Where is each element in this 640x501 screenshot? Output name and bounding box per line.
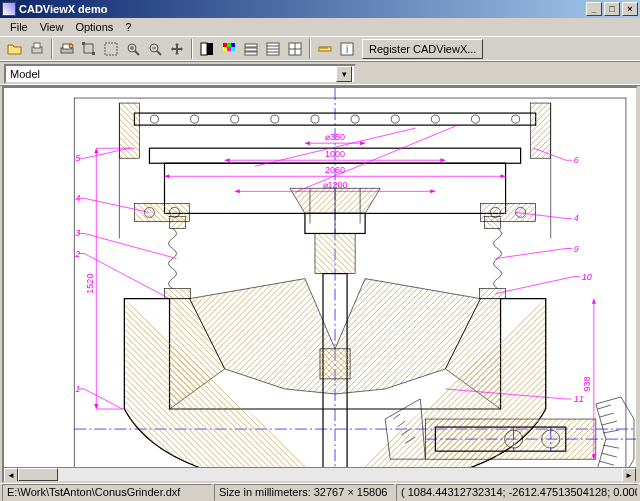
svg-marker-98 [305,141,310,145]
scroll-thumb[interactable] [18,468,58,481]
svg-point-50 [351,115,359,123]
svg-line-14 [157,51,161,55]
label-9: 9 [574,244,579,254]
layers-icon[interactable] [240,38,262,60]
close-button[interactable]: × [622,2,638,16]
svg-rect-23 [231,47,235,51]
scroll-track[interactable] [18,468,622,481]
svg-line-117 [84,389,122,409]
titlebar: CADViewX demo _ □ × [0,0,640,18]
pan-icon[interactable] [166,38,188,60]
register-button[interactable]: Register CADViewX... [362,39,483,59]
ruler-icon[interactable] [314,38,336,60]
dim-d1200: ⌀1200 [323,180,348,190]
svg-marker-111 [94,404,98,409]
svg-rect-62 [315,233,355,273]
svg-rect-24 [245,44,257,47]
svg-marker-99 [360,141,365,145]
menu-help[interactable]: ? [119,19,137,35]
svg-point-48 [271,115,279,123]
svg-line-86 [600,413,614,417]
svg-text:i: i [346,44,348,55]
svg-marker-115 [592,299,596,304]
svg-rect-8 [105,43,117,55]
zoom-extents-icon[interactable] [100,38,122,60]
color-icon[interactable] [218,38,240,60]
zoom-out-icon[interactable] [144,38,166,60]
svg-line-91 [600,461,614,465]
menu-view[interactable]: View [34,19,70,35]
scroll-left-icon[interactable]: ◄ [4,468,18,482]
svg-rect-69 [479,289,505,299]
svg-rect-5 [84,44,93,53]
window-title: CADViewX demo [19,3,586,15]
print-icon[interactable] [26,38,48,60]
svg-point-45 [150,115,158,123]
printer-setup-icon[interactable] [56,38,78,60]
svg-line-133 [496,249,566,259]
svg-rect-67 [165,289,191,299]
cad-drawing[interactable]: ⌀350 1000 2060 ⌀1200 1520 938 [4,88,636,483]
black-white-icon[interactable] [196,38,218,60]
svg-line-89 [603,445,619,448]
dim-d350: ⌀350 [325,132,345,142]
svg-rect-19 [227,43,231,47]
open-icon[interactable] [4,38,26,60]
layout-selector-value: Model [10,68,40,80]
zoom-in-icon[interactable] [122,38,144,60]
grid-icon[interactable] [284,38,306,60]
svg-line-82 [397,421,405,427]
svg-rect-21 [223,47,227,51]
svg-rect-22 [227,47,231,51]
zoom-window-icon[interactable] [78,38,100,60]
menu-options[interactable]: Options [69,19,119,35]
svg-marker-110 [94,148,98,153]
dropdown-icon[interactable] [336,66,352,82]
dim-2060: 2060 [325,165,345,175]
status-cursor: ( 1084.44312732314; -2612.47513504128; 0… [396,484,638,501]
label-10: 10 [582,272,592,282]
selector-row: Model [0,62,640,86]
svg-point-4 [69,44,73,48]
svg-marker-101 [225,158,230,162]
svg-rect-7 [92,52,95,55]
svg-line-87 [602,421,617,425]
horizontal-scrollbar[interactable]: ◄ ► [4,467,636,481]
svg-line-121 [84,233,176,258]
menubar: File View Options ? [0,18,640,36]
dim-1520: 1520 [85,274,95,294]
menu-file[interactable]: File [4,19,34,35]
canvas-viewport[interactable]: ⌀350 1000 2060 ⌀1200 1520 938 [2,86,638,483]
svg-line-135 [496,277,574,294]
svg-point-46 [191,115,199,123]
svg-rect-20 [231,43,235,47]
minimize-button[interactable]: _ [586,2,602,16]
svg-marker-105 [501,174,506,178]
label-1: 1 [75,384,80,394]
svg-marker-104 [165,174,170,178]
svg-rect-25 [245,48,257,51]
svg-rect-6 [82,42,85,45]
info-icon[interactable]: i [336,38,358,60]
toolbar-separator [309,39,311,59]
svg-rect-18 [223,43,227,47]
svg-marker-108 [430,189,435,193]
svg-point-49 [311,115,319,123]
svg-rect-71 [480,203,535,221]
layout-selector[interactable]: Model [4,64,356,84]
svg-point-54 [512,115,520,123]
svg-line-88 [603,430,619,433]
layout-icon[interactable] [262,38,284,60]
svg-line-10 [135,51,139,55]
toolbar-separator [191,39,193,59]
svg-rect-70 [134,203,189,221]
svg-point-47 [231,115,239,123]
scroll-right-icon[interactable]: ► [622,468,636,482]
toolbar-separator [51,39,53,59]
svg-point-53 [471,115,479,123]
svg-rect-17 [201,43,207,55]
dim-938: 938 [582,376,592,391]
svg-line-119 [84,254,169,299]
status-size: Size in millimeters: 32767 × 15806 [214,484,394,501]
maximize-button[interactable]: □ [604,2,620,16]
